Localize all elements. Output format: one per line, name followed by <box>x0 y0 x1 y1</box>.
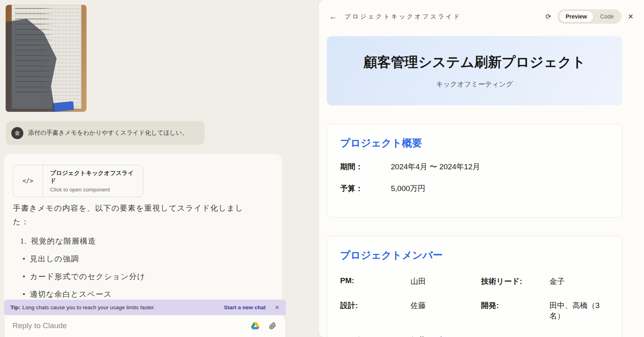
member-value: 山田 <box>411 276 481 287</box>
tab-code[interactable]: Code <box>594 11 620 22</box>
google-drive-icon[interactable] <box>251 322 260 330</box>
members-card: プロジェクトメンバー PM: 山田 技術リード: 金子 設計: 佐藤 開発: 田… <box>327 236 622 337</box>
artifact-panel: ← プロジェクトキックオフスライド ⟳ Preview Code ✕ 顧客管理シ… <box>318 0 644 337</box>
numbered-list-item: 1. 視覚的な階層構造 <box>13 234 254 248</box>
members-heading: プロジェクトメンバー <box>340 249 609 262</box>
artifact-meta: プロジェクトキックオフスライド Click to open component <box>43 165 143 197</box>
artifact-preview-card[interactable]: </> プロジェクトキックオフスライド Click to open compon… <box>13 165 143 197</box>
notebook-cover <box>52 101 74 112</box>
tip-message: Long chats cause you to reach your usage… <box>23 304 155 310</box>
header-actions: ⟳ Preview Code ✕ <box>545 9 634 24</box>
overview-row-label: 予算： <box>340 183 391 194</box>
overview-row: 期間： 2024年4月 〜 2024年12月 <box>340 162 609 172</box>
message-composer[interactable] <box>4 315 286 337</box>
assistant-intro-text: 手書きメモの内容を、以下の要素を重視してスライド化しました： <box>13 201 254 229</box>
assistant-message-body: 手書きメモの内容を、以下の要素を重視してスライド化しました： 1. 視覚的な階層… <box>13 201 254 301</box>
overview-row-label: 期間： <box>340 162 391 172</box>
close-icon[interactable]: ✕ <box>628 12 634 21</box>
artifact-preview-content: 顧客管理システム刷新プロジェクト キックオフミーティング プロジェクト概要 期間… <box>319 33 644 337</box>
member-label: PM: <box>340 276 411 287</box>
start-new-chat-link[interactable]: Start a new chat <box>224 304 266 310</box>
overview-row-value: 5,000万円 <box>391 183 425 194</box>
artifact-panel-header: ← プロジェクトキックオフスライド ⟳ Preview Code ✕ <box>319 0 644 33</box>
list-item: 適切な余白とスペース <box>23 288 254 301</box>
list-number-text: 視覚的な階層構造 <box>31 234 96 248</box>
bullet-list: 見出しの強調 カード形式でのセクション分け 適切な余白とスペース <box>13 252 254 301</box>
user-avatar[interactable]: 金 <box>11 127 23 139</box>
code-icon: </> <box>13 165 43 197</box>
back-arrow-icon[interactable]: ← <box>329 12 337 21</box>
tip-label: Tip: <box>10 304 21 310</box>
member-value: 田中、高橋（3名） <box>549 300 609 321</box>
tip-banner: Tip: Long chats cause you to reach your … <box>4 300 286 315</box>
member-value: 伊藤（2名） <box>411 335 481 337</box>
slide-title: 顧客管理システム刷新プロジェクト <box>363 53 586 72</box>
attached-image-thumbnail[interactable] <box>6 5 87 112</box>
composer-icons <box>251 322 277 330</box>
member-label: 設計: <box>340 300 411 321</box>
overview-heading: プロジェクト概要 <box>340 136 609 150</box>
artifact-subtitle: Click to open component <box>50 187 136 193</box>
user-message-text: 添付の手書きメモをわかりやすくスライド化してほしい。 <box>28 129 188 137</box>
overview-row: 予算： 5,000万円 <box>340 183 609 194</box>
members-grid: PM: 山田 技術リード: 金子 設計: 佐藤 開発: 田中、高橋（3名） テス… <box>340 276 609 337</box>
tip-close-icon[interactable]: ✕ <box>275 304 279 310</box>
preview-code-toggle: Preview Code <box>557 9 621 24</box>
overview-row-value: 2024年4月 〜 2024年12月 <box>391 162 480 172</box>
artifact-panel-title: プロジェクトキックオフスライド <box>345 13 461 21</box>
member-label: 開発: <box>481 300 549 321</box>
list-number: 1. <box>20 234 27 248</box>
paperclip-icon[interactable] <box>268 322 277 330</box>
artifact-title: プロジェクトキックオフスライド <box>50 169 136 185</box>
member-label: テスト: <box>340 335 411 337</box>
member-label: 技術リード: <box>481 276 549 287</box>
tab-preview[interactable]: Preview <box>559 10 594 23</box>
slide-hero: 顧客管理システム刷新プロジェクト キックオフミーティング <box>327 36 622 105</box>
slide-subtitle: キックオフミーティング <box>436 80 513 89</box>
user-message-bubble: 金 添付の手書きメモをわかりやすくスライド化してほしい。 <box>6 121 204 145</box>
refresh-icon[interactable]: ⟳ <box>545 12 551 21</box>
member-value: 佐藤 <box>411 300 481 321</box>
list-item: 見出しの強調 <box>23 252 254 266</box>
app-window: 金 添付の手書きメモをわかりやすくスライド化してほしい。 </> プロジェクトキ… <box>0 0 644 337</box>
list-item: カード形式でのセクション分け <box>23 270 254 284</box>
reply-input[interactable] <box>12 321 198 331</box>
member-value: 金子 <box>549 276 609 287</box>
overview-card: プロジェクト概要 期間： 2024年4月 〜 2024年12月 予算： 5,00… <box>327 124 622 218</box>
